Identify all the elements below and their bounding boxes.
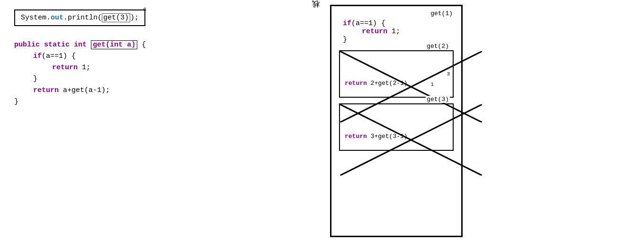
kw-static: static (44, 41, 70, 49)
call-site-out: out (51, 14, 63, 22)
frame-get3-content: return 3+get(3-1) (345, 132, 448, 142)
call-site-superscript: 6 (143, 7, 146, 12)
call-stack-panel: get(1) if(a==1) { return 1; } get(2) 1 3… (330, 5, 463, 237)
call-site-text: System.out.println(get(3)); (21, 14, 139, 22)
code-line-2: if(a==1) { (33, 51, 298, 62)
frame-get2-content: 1 3 return 2+get(2-1) (345, 79, 448, 89)
frame-get1-area: get(1) if(a==1) { return 1; } (335, 10, 457, 47)
method-signature-box: get(int a) (91, 40, 137, 49)
frame-get2: get(2) 1 3 return 2+get(2-1) (339, 50, 454, 98)
frame-get3-label: get(3) (426, 96, 450, 103)
frame-get2-label: get(2) (426, 43, 450, 50)
frame-get3: get(3) return 3+get(3-1) (339, 103, 454, 151)
frame-return-1: return (362, 28, 387, 36)
frame-if: if (343, 19, 351, 28)
left-panel: 6 System.out.println(get(3)); public sta… (9, 5, 303, 112)
kw-return-2: return (33, 86, 59, 94)
call-site-println: .println( (63, 14, 102, 22)
code-line-6: } (14, 96, 298, 108)
call-site-arg: get(3) (102, 13, 130, 22)
frame-get2-badge: 3 (447, 70, 450, 79)
kw-return-1: return (52, 64, 78, 72)
kw-if-1: if (33, 52, 42, 60)
kw-int: int (74, 41, 87, 49)
frame-get2-return: return (345, 80, 367, 87)
code-block: public static int get(int a) { if(a==1) … (14, 39, 298, 108)
call-site-box: 6 System.out.println(get(3)); (14, 9, 145, 26)
kw-public: public (14, 41, 40, 49)
call-site-end: ); (130, 14, 139, 22)
code-line-1: public static int get(int a) { (14, 39, 298, 51)
frame-get1-content: if(a==1) { return 1; } (339, 18, 454, 46)
line1-brace: { (142, 41, 146, 49)
code-line-3: return 1; (52, 62, 298, 74)
code-line-4: } (33, 74, 298, 85)
code-line-5: return a+get(a-1); (33, 85, 298, 96)
frame-get1-label: get(1) (430, 10, 453, 17)
kw-int-param: get(int a) (93, 41, 135, 49)
frame-get3-return: return (345, 133, 367, 140)
call-site-system: System. (21, 14, 51, 22)
